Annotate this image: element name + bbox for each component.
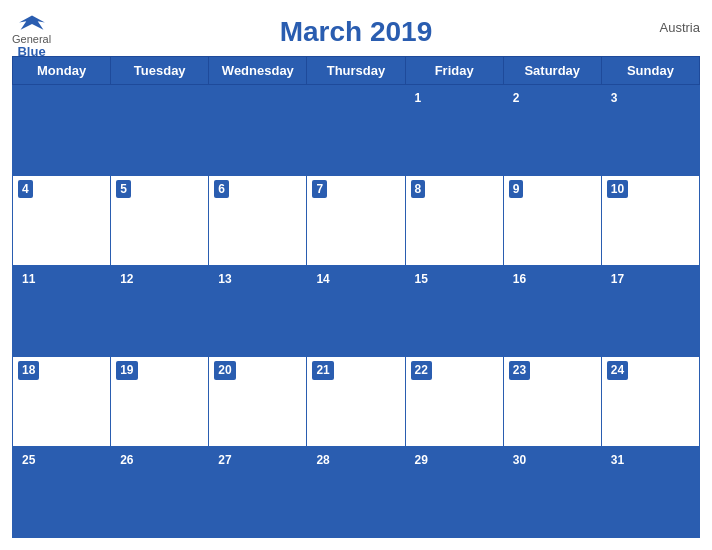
logo-bird-icon bbox=[17, 14, 47, 34]
day-number: 13 bbox=[214, 270, 235, 289]
calendar-day-cell: 31 bbox=[601, 447, 699, 538]
day-number: 12 bbox=[116, 270, 137, 289]
day-number: 21 bbox=[312, 361, 333, 380]
country-label: Austria bbox=[660, 20, 700, 35]
calendar-week-row: 18192021222324 bbox=[13, 356, 700, 447]
calendar-week-row: 45678910 bbox=[13, 175, 700, 266]
weekday-header-row: Monday Tuesday Wednesday Thursday Friday… bbox=[13, 57, 700, 85]
day-number: 30 bbox=[509, 451, 530, 470]
day-number: 14 bbox=[312, 270, 333, 289]
calendar-day-cell: 8 bbox=[405, 175, 503, 266]
calendar-day-cell: 6 bbox=[209, 175, 307, 266]
calendar-day-cell: 5 bbox=[111, 175, 209, 266]
calendar-day-cell: 18 bbox=[13, 356, 111, 447]
calendar-day-cell: 26 bbox=[111, 447, 209, 538]
calendar-day-cell: 22 bbox=[405, 356, 503, 447]
day-number: 28 bbox=[312, 451, 333, 470]
day-number: 17 bbox=[607, 270, 628, 289]
day-number: 27 bbox=[214, 451, 235, 470]
day-number: 20 bbox=[214, 361, 235, 380]
day-number: 24 bbox=[607, 361, 628, 380]
calendar-day-cell: 21 bbox=[307, 356, 405, 447]
calendar-day-cell: 20 bbox=[209, 356, 307, 447]
calendar-day-cell: 27 bbox=[209, 447, 307, 538]
day-number: 19 bbox=[116, 361, 137, 380]
logo-blue-text: Blue bbox=[17, 45, 45, 58]
calendar-day-cell: 28 bbox=[307, 447, 405, 538]
calendar-day-cell bbox=[307, 85, 405, 176]
calendar-day-cell: 25 bbox=[13, 447, 111, 538]
day-number: 31 bbox=[607, 451, 628, 470]
day-number: 1 bbox=[411, 89, 426, 108]
calendar-day-cell: 3 bbox=[601, 85, 699, 176]
calendar-day-cell: 30 bbox=[503, 447, 601, 538]
col-thursday: Thursday bbox=[307, 57, 405, 85]
calendar-day-cell: 7 bbox=[307, 175, 405, 266]
day-number: 8 bbox=[411, 180, 426, 199]
calendar-day-cell: 16 bbox=[503, 266, 601, 357]
svg-marker-0 bbox=[19, 15, 45, 29]
calendar-day-cell: 15 bbox=[405, 266, 503, 357]
calendar-day-cell: 29 bbox=[405, 447, 503, 538]
day-number: 29 bbox=[411, 451, 432, 470]
calendar-day-cell: 2 bbox=[503, 85, 601, 176]
day-number: 23 bbox=[509, 361, 530, 380]
col-saturday: Saturday bbox=[503, 57, 601, 85]
logo: General Blue bbox=[12, 14, 51, 58]
day-number: 9 bbox=[509, 180, 524, 199]
col-wednesday: Wednesday bbox=[209, 57, 307, 85]
calendar-week-row: 11121314151617 bbox=[13, 266, 700, 357]
day-number: 15 bbox=[411, 270, 432, 289]
calendar-table: Monday Tuesday Wednesday Thursday Friday… bbox=[12, 56, 700, 538]
calendar-day-cell: 17 bbox=[601, 266, 699, 357]
day-number: 18 bbox=[18, 361, 39, 380]
calendar-day-cell bbox=[13, 85, 111, 176]
day-number: 7 bbox=[312, 180, 327, 199]
calendar-header: General Blue March 2019 Austria bbox=[12, 10, 700, 56]
calendar-day-cell bbox=[111, 85, 209, 176]
day-number: 25 bbox=[18, 451, 39, 470]
day-number: 5 bbox=[116, 180, 131, 199]
day-number: 3 bbox=[607, 89, 622, 108]
day-number: 22 bbox=[411, 361, 432, 380]
page-title: March 2019 bbox=[280, 16, 433, 48]
calendar-day-cell: 19 bbox=[111, 356, 209, 447]
calendar-day-cell: 4 bbox=[13, 175, 111, 266]
calendar-week-row: 25262728293031 bbox=[13, 447, 700, 538]
day-number: 6 bbox=[214, 180, 229, 199]
col-monday: Monday bbox=[13, 57, 111, 85]
calendar-day-cell: 14 bbox=[307, 266, 405, 357]
calendar-day-cell: 13 bbox=[209, 266, 307, 357]
day-number: 4 bbox=[18, 180, 33, 199]
calendar-day-cell: 9 bbox=[503, 175, 601, 266]
col-tuesday: Tuesday bbox=[111, 57, 209, 85]
day-number: 26 bbox=[116, 451, 137, 470]
calendar-week-row: 123 bbox=[13, 85, 700, 176]
col-friday: Friday bbox=[405, 57, 503, 85]
day-number: 2 bbox=[509, 89, 524, 108]
calendar-day-cell: 24 bbox=[601, 356, 699, 447]
calendar-day-cell: 1 bbox=[405, 85, 503, 176]
col-sunday: Sunday bbox=[601, 57, 699, 85]
calendar-day-cell: 23 bbox=[503, 356, 601, 447]
calendar-day-cell bbox=[209, 85, 307, 176]
day-number: 16 bbox=[509, 270, 530, 289]
calendar-day-cell: 12 bbox=[111, 266, 209, 357]
calendar-day-cell: 11 bbox=[13, 266, 111, 357]
day-number: 11 bbox=[18, 270, 39, 289]
calendar-page: General Blue March 2019 Austria Monday T… bbox=[0, 0, 712, 550]
calendar-day-cell: 10 bbox=[601, 175, 699, 266]
day-number: 10 bbox=[607, 180, 628, 199]
